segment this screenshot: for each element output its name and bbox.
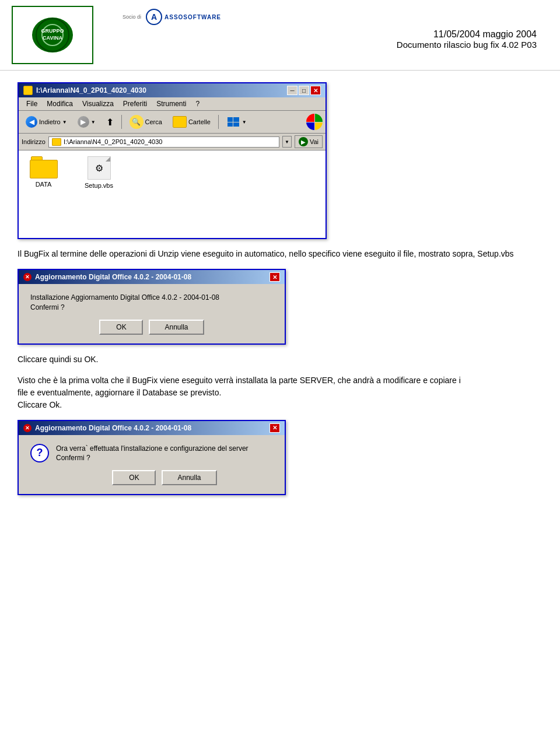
back-button[interactable]: ◀ Indietro ▼: [22, 114, 71, 130]
dialog1-buttons: OK Annulla: [30, 320, 273, 335]
vai-arrow-icon: ▶: [299, 137, 308, 146]
dialog2-close-icon: ✕: [23, 424, 32, 432]
vbs-file-icon: ⚙: [88, 156, 111, 180]
dialog2-content: Ora verra` effettuata l'installazione e …: [56, 444, 273, 486]
search-button[interactable]: 🔍 Cerca: [125, 113, 166, 131]
dialog2-body: ? Ora verra` effettuata l'installazione …: [19, 435, 285, 495]
dialog1-close-icon: ✕: [23, 273, 32, 281]
main-content: I:\Arianna\N4_0_2P01_4020_4030 ─ □ ✕ Fil…: [0, 76, 560, 510]
explorer-files: DATA ⚙ Setup.vbs: [19, 150, 326, 238]
file-label-setupvbs: Setup.vbs: [85, 182, 113, 189]
dialog2-titlebar: ✕ Aggiornamento Digital Office 4.0.2 - 2…: [19, 421, 285, 435]
view-button[interactable]: ▼: [222, 114, 251, 130]
file-item-data[interactable]: DATA: [24, 156, 62, 188]
svg-text:CAVINA: CAVINA: [43, 35, 62, 41]
dialog1-body: Installazione Aggiornamento Digital Offi…: [19, 284, 285, 344]
dialog-2: ✕ Aggiornamento Digital Office 4.0.2 - 2…: [18, 420, 286, 496]
dialog1-close-btn[interactable]: ✕: [270, 272, 280, 282]
dialog2-close-btn[interactable]: ✕: [270, 423, 280, 433]
menu-visualizza[interactable]: Visualizza: [78, 99, 118, 109]
page-header: GRUPPO CAVINA Socio di A ASSOSOFTWARE 11…: [0, 0, 560, 71]
dialog2-title-left: ✕ Aggiornamento Digital Office 4.0.2 - 2…: [23, 424, 191, 432]
back-dropdown[interactable]: ▼: [62, 120, 67, 125]
dialog2-controls: ✕: [270, 423, 280, 433]
file-item-setupvbs[interactable]: ⚙ Setup.vbs: [80, 156, 118, 189]
menu-modifica[interactable]: Modifica: [42, 99, 78, 109]
paragraph-1: Il BugFix al termine delle operazioni di…: [18, 248, 542, 260]
folder-icon: [30, 156, 58, 178]
dialog2-message-line2: Confermi ?: [56, 453, 273, 463]
logo-area: GRUPPO CAVINA: [12, 6, 105, 64]
explorer-title: I:\Arianna\N4_0_2P01_4020_4030: [36, 86, 146, 94]
back-label: Indietro: [39, 118, 61, 125]
dialog2-message: Ora verra` effettuata l'installazione e …: [56, 444, 273, 464]
dialog2-title: Aggiornamento Digital Office 4.0.2 - 200…: [35, 424, 191, 432]
dialog1-title: Aggiornamento Digital Office 4.0.2 - 200…: [35, 273, 191, 281]
header-right: 11/05/2004 maggio 2004 Documento rilasci…: [324, 6, 548, 50]
address-dropdown[interactable]: ▼: [282, 136, 292, 148]
dialog1-titlebar: ✕ Aggiornamento Digital Office 4.0.2 - 2…: [19, 270, 285, 284]
menu-file[interactable]: File: [22, 99, 42, 109]
dialog1-title-left: ✕ Aggiornamento Digital Office 4.0.2 - 2…: [23, 273, 191, 281]
explorer-titlebar: I:\Arianna\N4_0_2P01_4020_4030 ─ □ ✕: [19, 83, 326, 97]
logo-wreath: GRUPPO CAVINA: [32, 17, 73, 52]
dialog1-message-line1: Installazione Aggiornamento Digital Offi…: [30, 293, 273, 303]
dialog2-ok-button[interactable]: OK: [112, 470, 156, 485]
view-grid-icon: [226, 116, 240, 128]
dialog1-controls: ✕: [270, 272, 280, 282]
menu-strumenti[interactable]: Strumenti: [152, 99, 191, 109]
asso-circle-icon: A: [146, 9, 162, 25]
minimize-button[interactable]: ─: [287, 86, 298, 95]
logo-box: GRUPPO CAVINA: [12, 6, 93, 64]
paragraph-2: Cliccare quindi su OK.: [18, 353, 542, 366]
folders-button[interactable]: Cartelle: [169, 114, 215, 130]
dialog1-ok-button[interactable]: OK: [99, 320, 143, 335]
search-label: Cerca: [145, 118, 162, 125]
close-button[interactable]: ✕: [310, 86, 321, 95]
maximize-button[interactable]: □: [299, 86, 309, 95]
assosoftware-label: Socio di: [123, 14, 141, 20]
window-controls: ─ □ ✕: [287, 86, 321, 95]
winxp-logo: [306, 114, 323, 130]
dialog1-cancel-button[interactable]: Annulla: [149, 320, 204, 335]
para3-line2: file e eventualmente, aggiornare il Data…: [18, 387, 542, 399]
forward-dropdown[interactable]: ▼: [91, 120, 96, 125]
header-date: 11/05/2004 maggio 2004: [433, 29, 537, 40]
folders-label: Cartelle: [188, 118, 211, 125]
back-arrow-icon: ◀: [26, 116, 37, 128]
vai-label: Vai: [310, 138, 318, 145]
up-button[interactable]: ⬆: [102, 114, 118, 130]
menu-help[interactable]: ?: [191, 99, 205, 109]
search-icon: 🔍: [130, 115, 144, 129]
menu-preferiti[interactable]: Preferiti: [118, 99, 152, 109]
dialog2-cancel-button[interactable]: Annulla: [162, 470, 216, 485]
para3-line3: Cliccare Ok.: [18, 399, 542, 411]
address-input[interactable]: I:\Arianna\N4_0_2P01_4020_4030: [48, 136, 279, 148]
folders-icon: [173, 116, 187, 128]
toolbar-separator-2: [218, 115, 219, 129]
dialog-1: ✕ Aggiornamento Digital Office 4.0.2 - 2…: [18, 269, 286, 345]
forward-button[interactable]: ▶ ▼: [74, 114, 100, 130]
address-value: I:\Arianna\N4_0_2P01_4020_4030: [64, 138, 162, 145]
explorer-toolbar: ◀ Indietro ▼ ▶ ▼ ⬆ 🔍 Cerca Cartelle: [19, 111, 326, 134]
titlebar-left: I:\Arianna\N4_0_2P01_4020_4030: [23, 86, 146, 95]
address-label: Indirizzo: [22, 138, 46, 145]
view-dropdown[interactable]: ▼: [242, 120, 247, 125]
file-label-data: DATA: [36, 181, 52, 188]
dialog2-message-line1: Ora verra` effettuata l'installazione e …: [56, 444, 273, 454]
assosoftware-name: ASSOSOFTWARE: [164, 14, 221, 20]
question-icon: ?: [30, 444, 49, 462]
assosoftware-row: Socio di A ASSOSOFTWARE: [123, 9, 324, 25]
svg-text:GRUPPO: GRUPPO: [41, 28, 64, 34]
dialog1-message: Installazione Aggiornamento Digital Offi…: [30, 293, 273, 313]
header-doc: Documento rilascio bug fix 4.02 P03: [397, 40, 537, 50]
vai-button[interactable]: ▶ Vai: [295, 135, 323, 148]
forward-arrow-icon: ▶: [78, 116, 89, 128]
paragraph-3: Visto che è la prima volta che il BugFix…: [18, 374, 542, 411]
assosoftware-logo: A ASSOSOFTWARE: [146, 9, 221, 25]
toolbar-separator-1: [121, 115, 122, 129]
para3-line1: Visto che è la prima volta che il BugFix…: [18, 374, 542, 387]
dialog1-message-line2: Confermi ?: [30, 303, 273, 313]
dialog2-buttons: OK Annulla: [56, 470, 273, 485]
up-icon: ⬆: [106, 117, 114, 128]
